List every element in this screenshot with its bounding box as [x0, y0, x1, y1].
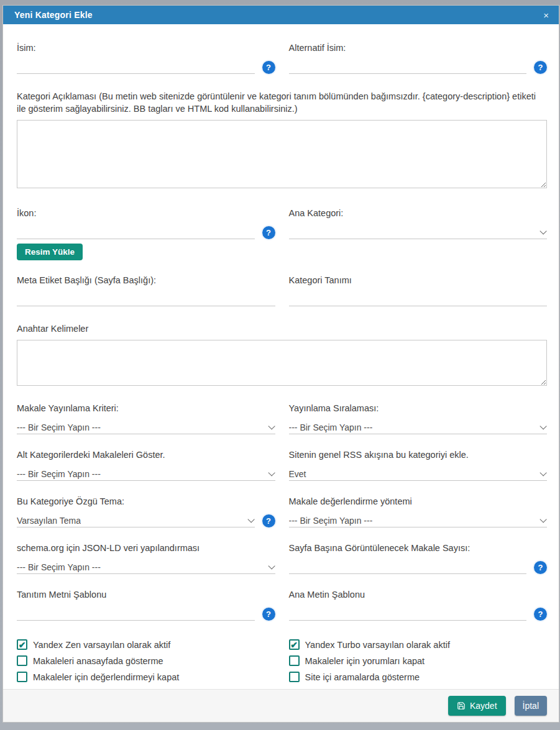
field-meta-title: Meta Etiket Başlığı (Sayfa Başlığı):: [17, 274, 275, 306]
checkbox-label: Makaleleri anasayfada gösterme: [33, 656, 163, 666]
parent-category-select[interactable]: [289, 226, 548, 239]
theme-label: Bu Kategoriye Özgü Tema:: [17, 495, 275, 508]
chevron-down-icon: [268, 422, 275, 429]
upload-image-button[interactable]: Resim Yükle: [17, 244, 83, 260]
checkbox-icon: ✔: [289, 639, 300, 650]
checkbox-hide-on-homepage[interactable]: ✔ Makaleleri anasayfada gösterme: [17, 655, 275, 666]
subcategory-articles-label: Alt Kategorilerdeki Makaleleri Göster.: [17, 449, 275, 461]
meta-title-label: Meta Etiket Başlığı (Sayfa Başlığı):: [17, 274, 275, 286]
body-template-label: Ana Metin Şablonu: [289, 588, 548, 601]
checkbox-label: Yandex Zen varsayılan olarak aktif: [33, 640, 170, 650]
publish-criteria-label: Makale Yayınlama Kriteri:: [17, 402, 275, 414]
field-theme: Bu Kategoriye Özgü Tema: Varsayılan Tema…: [17, 495, 275, 527]
checkbox-yandex-zen[interactable]: ✔ Yandex Zen varsayılan olarak aktif: [17, 639, 275, 650]
publish-criteria-select[interactable]: --- Bir Seçim Yapın ---: [17, 421, 275, 434]
chevron-down-icon: [539, 469, 546, 476]
name-label: İsim:: [17, 42, 275, 54]
field-rating-method: Makale değerlendirme yöntemi --- Bir Seç…: [289, 495, 548, 527]
help-icon[interactable]: ?: [262, 514, 275, 527]
intro-template-input[interactable]: [17, 607, 255, 621]
modal-header: Yeni Kategori Ekle ×: [3, 6, 559, 24]
checkbox-disable-rating[interactable]: ✔ Makaleler için değerlendirmeyi kapat: [17, 672, 275, 682]
checkbox-yandex-turbo[interactable]: ✔ Yandex Turbo varsayılan olarak aktif: [289, 639, 548, 650]
checkbox-icon: ✔: [289, 655, 300, 666]
chevron-down-icon: [539, 422, 546, 429]
field-per-page: Sayfa Başına Görüntülenecek Makale Sayıs…: [289, 542, 548, 574]
rating-method-select[interactable]: --- Bir Seçim Yapın ---: [289, 514, 548, 527]
cancel-button[interactable]: İptal: [515, 696, 547, 716]
field-alt-name: Alternatif İsim: ?: [289, 42, 548, 74]
category-description-label: Kategori Açıklaması (Bu metin web siteni…: [17, 90, 547, 115]
close-icon[interactable]: ×: [543, 11, 549, 20]
icon-input[interactable]: [17, 226, 255, 239]
schema-jsonld-select[interactable]: --- Bir Seçim Yapın ---: [17, 560, 275, 574]
publish-order-label: Yayınlama Sıralaması:: [289, 402, 548, 414]
help-icon[interactable]: ?: [534, 608, 547, 621]
chevron-down-icon: [247, 516, 254, 522]
schema-jsonld-value: --- Bir Seçim Yapın ---: [17, 562, 101, 572]
rss-select[interactable]: Evet: [289, 467, 548, 481]
name-input[interactable]: [17, 60, 255, 74]
alt-name-input[interactable]: [289, 60, 527, 74]
schema-jsonld-label: schema.org için JSON-LD veri yapılandırm…: [17, 542, 275, 554]
field-rss: Sitenin genel RSS akışına bu kategoriyi …: [289, 449, 548, 481]
help-icon[interactable]: ?: [262, 608, 275, 621]
publish-order-value: --- Bir Seçim Yapın ---: [289, 422, 373, 432]
chevron-down-icon: [539, 516, 546, 522]
modal-title: Yeni Kategori Ekle: [14, 10, 93, 20]
checkbox-icon: ✔: [17, 672, 27, 682]
checkbox-icon: ✔: [17, 639, 27, 650]
checkbox-label: Site içi aramalarda gösterme: [305, 672, 420, 682]
checkbox-close-comments[interactable]: ✔ Makaleler için yorumları kapat: [289, 655, 548, 666]
rating-method-label: Makale değerlendirme yöntemi: [289, 495, 548, 508]
save-button-label: Kaydet: [470, 701, 497, 711]
checkbox-label: Makaleler için değerlendirmeyi kapat: [33, 672, 179, 682]
chevron-down-icon: [539, 227, 546, 234]
field-intro-template: Tanıtım Metni Şablonu ?: [17, 588, 275, 621]
new-category-modal: Yeni Kategori Ekle × İsim: ? Alternatif …: [2, 5, 559, 723]
subcategory-articles-select[interactable]: --- Bir Seçim Yapın ---: [17, 467, 275, 481]
field-keywords: Anahtar Kelimeler: [17, 322, 547, 386]
category-definition-label: Kategori Tanımı: [289, 274, 548, 286]
field-category-description: Kategori Açıklaması (Bu metin web siteni…: [17, 90, 547, 188]
rss-value: Evet: [289, 469, 306, 479]
field-icon: İkon: ? Resim Yükle: [17, 207, 275, 260]
keywords-textarea[interactable]: [17, 340, 547, 386]
field-parent-category: Ana Kategori:: [289, 207, 548, 260]
help-icon[interactable]: ?: [262, 226, 275, 239]
field-schema-jsonld: schema.org için JSON-LD veri yapılandırm…: [17, 542, 275, 574]
field-subcategory-articles: Alt Kategorilerdeki Makaleleri Göster. -…: [17, 449, 275, 481]
subcategory-articles-value: --- Bir Seçim Yapın ---: [17, 469, 101, 479]
intro-template-label: Tanıtım Metni Şablonu: [17, 588, 275, 601]
help-icon[interactable]: ?: [534, 561, 547, 574]
save-button[interactable]: Kaydet: [448, 696, 506, 716]
field-name: İsim: ?: [17, 42, 275, 74]
category-definition-input[interactable]: [289, 293, 548, 306]
per-page-label: Sayfa Başına Görüntülenecek Makale Sayıs…: [289, 542, 548, 554]
publish-order-select[interactable]: --- Bir Seçim Yapın ---: [289, 421, 548, 434]
theme-select[interactable]: Varsayılan Tema: [17, 514, 255, 527]
modal-footer: Kaydet İptal: [3, 689, 559, 722]
chevron-down-icon: [268, 562, 275, 569]
checkbox-group: ✔ Yandex Zen varsayılan olarak aktif ✔ M…: [17, 639, 547, 682]
checkbox-label: Makaleler için yorumları kapat: [305, 656, 425, 666]
meta-title-input[interactable]: [17, 293, 275, 306]
rss-label: Sitenin genel RSS akışına bu kategoriyi …: [289, 449, 548, 461]
help-icon[interactable]: ?: [262, 61, 275, 74]
field-body-template: Ana Metin Şablonu ?: [289, 588, 548, 621]
per-page-input[interactable]: [289, 560, 527, 574]
icon-label: İkon:: [17, 207, 275, 219]
alt-name-label: Alternatif İsim:: [289, 42, 548, 54]
help-icon[interactable]: ?: [534, 61, 547, 74]
category-description-textarea[interactable]: [17, 120, 547, 188]
field-publish-criteria: Makale Yayınlama Kriteri: --- Bir Seçim …: [17, 402, 275, 434]
checkbox-hide-in-search[interactable]: ✔ Site içi aramalarda gösterme: [289, 672, 548, 682]
keywords-label: Anahtar Kelimeler: [17, 322, 547, 335]
field-category-definition: Kategori Tanımı: [289, 274, 548, 306]
field-publish-order: Yayınlama Sıralaması: --- Bir Seçim Yapı…: [289, 402, 548, 434]
publish-criteria-value: --- Bir Seçim Yapın ---: [17, 422, 101, 432]
body-template-input[interactable]: [289, 607, 527, 621]
checkbox-icon: ✔: [289, 672, 300, 682]
checkbox-label: Yandex Turbo varsayılan olarak aktif: [305, 640, 450, 650]
checkbox-icon: ✔: [17, 655, 27, 666]
